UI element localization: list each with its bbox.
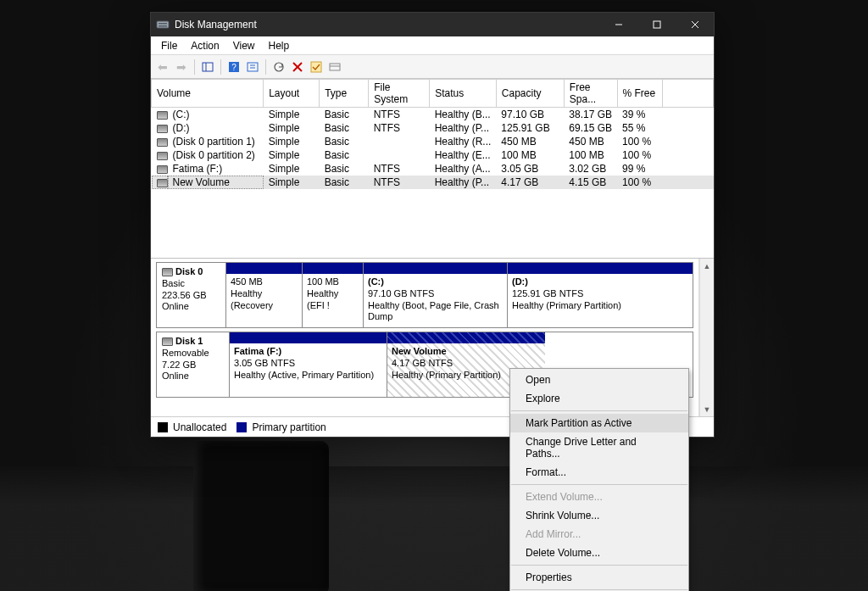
svg-rect-11 — [248, 63, 258, 71]
col-fs[interactable]: File System — [369, 80, 430, 108]
close-button[interactable] — [676, 13, 714, 36]
table-row[interactable]: (Disk 0 partition 1)SimpleBasic Healthy … — [152, 135, 714, 148]
disk-row: Disk 0Basic223.56 GBOnline450 MBHealthy … — [156, 262, 693, 328]
window-title: Disk Management — [175, 19, 599, 31]
disk-label[interactable]: Disk 0Basic223.56 GBOnline — [157, 263, 226, 327]
minimize-button[interactable] — [599, 13, 637, 36]
menubar: File Action View Help — [151, 36, 714, 55]
menu-file[interactable]: File — [154, 38, 184, 53]
refresh-icon[interactable] — [270, 59, 287, 75]
table-row[interactable]: Fatima (F:)SimpleBasicNTFS Healthy (A...… — [152, 162, 714, 176]
delete-icon[interactable] — [289, 59, 306, 75]
svg-rect-1 — [159, 23, 167, 25]
table-row[interactable]: (Disk 0 partition 2)SimpleBasic Healthy … — [152, 148, 714, 162]
toolbar: ⬅ ➡ ? — [151, 55, 714, 79]
partition[interactable]: (D:)125.91 GB NTFSHealthy (Primary Parti… — [508, 263, 693, 327]
menu-item: Add Mirror... — [510, 525, 688, 544]
menu-item[interactable]: Change Drive Letter and Paths... — [510, 432, 688, 463]
partition[interactable]: Fatima (F:)3.05 GB NTFSHealthy (Active, … — [230, 332, 387, 397]
partition[interactable]: 450 MBHealthy (Recovery — [226, 263, 303, 327]
scrollbar[interactable]: ▲ ▼ — [699, 259, 714, 416]
disk-icon — [157, 152, 168, 160]
partition[interactable]: 100 MBHealthy (EFI ! — [303, 263, 364, 327]
col-pct[interactable]: % Free — [617, 80, 662, 108]
col-capacity[interactable]: Capacity — [496, 80, 564, 108]
mug-decor — [193, 441, 329, 591]
desk-surface — [0, 466, 868, 591]
col-free[interactable]: Free Spa... — [564, 80, 617, 108]
legend-unallocated: Unallocated — [173, 421, 226, 433]
col-type[interactable]: Type — [320, 80, 369, 108]
menu-item[interactable]: Mark Partition as Active — [510, 414, 688, 432]
volume-list[interactable]: Volume Layout Type File System Status Ca… — [151, 79, 714, 259]
show-hide-icon[interactable] — [199, 59, 216, 75]
menu-action[interactable]: Action — [184, 38, 225, 53]
col-volume[interactable]: Volume — [152, 80, 264, 108]
menu-item[interactable]: Delete Volume... — [510, 544, 688, 562]
menu-item[interactable]: Shrink Volume... — [510, 506, 688, 525]
disk-icon — [157, 125, 168, 133]
menu-help[interactable]: Help — [262, 38, 297, 53]
menu-item[interactable]: Properties — [510, 568, 688, 587]
scroll-up-icon[interactable]: ▲ — [700, 259, 714, 273]
list-icon[interactable] — [326, 59, 343, 75]
menu-view[interactable]: View — [226, 38, 262, 53]
forward-icon[interactable]: ➡ — [173, 59, 190, 75]
menu-item[interactable]: Format... — [510, 463, 688, 482]
back-icon[interactable]: ⬅ — [154, 59, 171, 75]
help-icon[interactable]: ? — [225, 59, 242, 75]
disk-icon — [157, 179, 168, 187]
scroll-down-icon[interactable]: ▼ — [700, 402, 714, 416]
titlebar[interactable]: Disk Management — [151, 13, 714, 36]
table-row[interactable]: New VolumeSimpleBasicNTFS Healthy (P...4… — [152, 176, 714, 189]
svg-text:?: ? — [231, 63, 236, 72]
settings-icon[interactable] — [244, 59, 261, 75]
col-layout[interactable]: Layout — [264, 80, 320, 108]
menu-item: Extend Volume... — [510, 488, 688, 506]
context-menu: OpenExploreMark Partition as ActiveChang… — [509, 368, 689, 591]
column-headers[interactable]: Volume Layout Type File System Status Ca… — [152, 80, 714, 108]
swatch-primary — [236, 422, 247, 432]
partition[interactable]: (C:)97.10 GB NTFSHealthy (Boot, Page Fil… — [364, 263, 508, 327]
legend-primary: Primary partition — [252, 421, 326, 433]
svg-rect-4 — [654, 21, 660, 28]
table-row[interactable]: (D:)SimpleBasicNTFS Healthy (P...125.91 … — [152, 121, 714, 135]
svg-rect-17 — [311, 62, 321, 72]
menu-item[interactable]: Explore — [510, 389, 688, 408]
disk-icon — [157, 111, 168, 120]
svg-rect-7 — [203, 63, 213, 71]
col-status[interactable]: Status — [430, 80, 497, 108]
disk-label[interactable]: Disk 1Removable7.22 GBOnline — [157, 332, 230, 397]
svg-rect-18 — [330, 64, 340, 70]
svg-rect-0 — [157, 21, 169, 28]
menu-item[interactable]: Open — [510, 371, 688, 389]
disk-icon — [157, 165, 168, 174]
table-row[interactable]: (C:)SimpleBasicNTFS Healthy (B...97.10 G… — [152, 108, 714, 122]
svg-rect-2 — [159, 25, 167, 27]
app-icon — [156, 18, 170, 31]
swatch-unallocated — [158, 422, 168, 432]
check-icon[interactable] — [308, 59, 325, 75]
maximize-button[interactable] — [637, 13, 676, 36]
disk-icon — [157, 138, 168, 147]
